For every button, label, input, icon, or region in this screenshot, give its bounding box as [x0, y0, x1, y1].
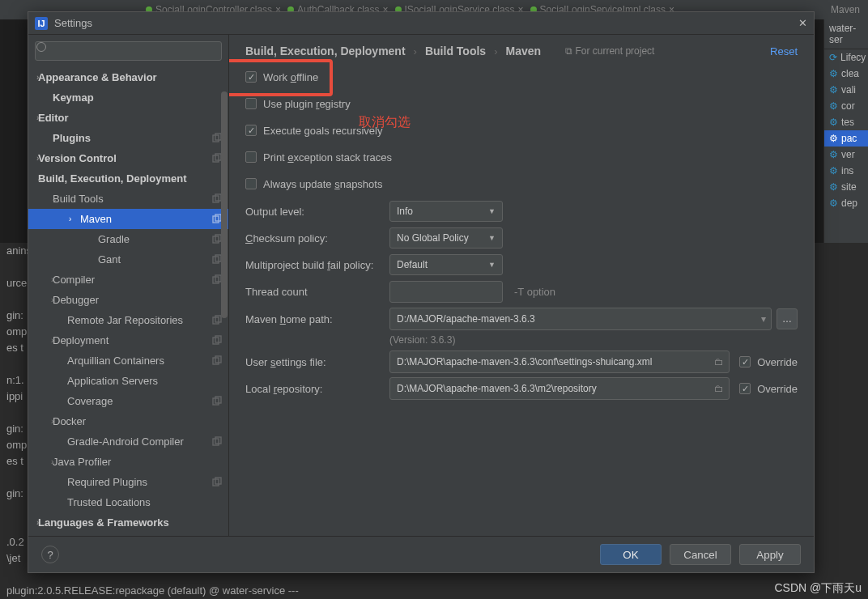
maven-goal-deploy[interactable]: ⚙dep	[824, 195, 868, 211]
maven-home-combo[interactable]: D:/MAJOR/apache-maven-3.6.3▾	[389, 308, 772, 330]
cancel-button[interactable]: Cancel	[670, 544, 731, 565]
scrollbar-thumb[interactable]	[221, 91, 228, 318]
close-icon[interactable]: ✕	[798, 17, 807, 29]
tree-java-profiler[interactable]: ›Java Profiler	[28, 452, 228, 472]
execute-recursively-checkbox[interactable]	[245, 125, 257, 136]
execute-recursively-label: Execute goals recursively	[263, 125, 382, 137]
project-scope-marker: For current project	[565, 45, 654, 57]
output-level-select[interactable]: Info▼	[389, 201, 503, 222]
ok-button[interactable]: OK	[600, 544, 662, 565]
output-level-label: Output level:	[245, 206, 389, 218]
always-update-label: Always update snapshots	[263, 178, 382, 190]
breadcrumb-part: Maven	[505, 45, 541, 57]
settings-search-input[interactable]	[35, 41, 222, 61]
tree-debugger[interactable]: ›Debugger	[28, 290, 228, 310]
maven-goal-clean[interactable]: ⚙clea	[824, 66, 868, 82]
multiproject-label: Multiproject build fail policy:	[245, 259, 389, 271]
thread-count-label: Thread count	[245, 286, 389, 298]
apply-button[interactable]: Apply	[739, 544, 801, 565]
user-settings-label: User settings file:	[245, 356, 389, 368]
tree-docker[interactable]: ›Docker	[28, 411, 228, 431]
plugin-registry-label: Use plugin registry	[263, 98, 351, 110]
copy-icon	[212, 315, 222, 325]
tree-plugins[interactable]: Plugins	[28, 128, 228, 148]
tree-lang-fw[interactable]: ›Languages & Frameworks	[28, 512, 228, 533]
maven-goal-compile[interactable]: ⚙cor	[824, 98, 868, 114]
work-offline-label: Work offline	[263, 71, 318, 83]
chevron-right-icon: ›	[414, 45, 417, 57]
override-label: Override	[757, 383, 798, 395]
tree-gradle-android[interactable]: Gradle-Android Compiler	[28, 431, 228, 452]
local-repo-input[interactable]: D:\MAJOR\apache-maven-3.6.3\m2\repositor…	[389, 377, 730, 400]
override-label: Override	[757, 356, 798, 368]
intellij-icon: IJ	[35, 17, 48, 30]
print-exception-checkbox[interactable]	[245, 151, 257, 163]
tree-app-servers[interactable]: Application Servers	[28, 371, 228, 391]
copy-icon	[212, 355, 222, 365]
tree-version-control[interactable]: ›Version Control	[28, 148, 228, 168]
multiproject-select[interactable]: Default▼	[389, 254, 503, 275]
settings-sidebar: ›Appearance & Behavior Keymap ›Editor Pl…	[28, 35, 229, 536]
checksum-policy-label: Checksum policy:	[245, 232, 389, 244]
help-button[interactable]: ?	[41, 546, 59, 563]
tree-coverage[interactable]: Coverage	[28, 391, 228, 411]
browse-button[interactable]: …	[777, 308, 798, 329]
checksum-policy-select[interactable]: No Global Policy▼	[389, 227, 503, 249]
override-local-repo-checkbox[interactable]	[739, 383, 751, 394]
thread-count-hint: -T option	[514, 286, 555, 298]
tree-tools[interactable]: ›Tools	[28, 533, 228, 536]
chevron-down-icon: ▾	[761, 313, 766, 325]
maven-home-label: Maven home path:	[245, 313, 389, 325]
tree-editor[interactable]: ›Editor	[28, 108, 228, 128]
folder-icon[interactable]: 🗀	[714, 383, 724, 394]
breadcrumb-part[interactable]: Build Tools	[425, 45, 486, 57]
editor-tab[interactable]: Maven	[831, 4, 860, 15]
dialog-title: Settings	[54, 17, 92, 29]
maven-version-text: (Version: 3.6.3)	[389, 334, 798, 346]
chevron-down-icon: ▼	[488, 207, 496, 215]
settings-content: Build, Execution, Deployment › Build Too…	[229, 35, 814, 536]
reset-link[interactable]: Reset	[770, 45, 798, 57]
copy-icon	[212, 396, 222, 406]
tree-keymap[interactable]: Keymap	[28, 87, 228, 108]
settings-tree[interactable]: ›Appearance & Behavior Keymap ›Editor Pl…	[28, 67, 228, 536]
tree-maven[interactable]: ›Maven	[28, 209, 228, 229]
tree-gant[interactable]: Gant	[28, 249, 228, 270]
breadcrumb-part[interactable]: Build, Execution, Deployment	[245, 45, 406, 57]
folder-icon[interactable]: 🗀	[714, 356, 724, 367]
maven-settings-form: Work offline Use plugin registry Execute…	[245, 66, 798, 404]
tree-appearance[interactable]: ›Appearance & Behavior	[28, 67, 228, 87]
thread-count-input[interactable]	[389, 281, 503, 303]
maven-goal-package[interactable]: ⚙pac	[824, 130, 868, 147]
local-repo-label: Local repository:	[245, 383, 389, 395]
chevron-right-icon: ›	[494, 45, 497, 57]
maven-lifecycle-node[interactable]: ⟳Lifecy	[824, 49, 868, 66]
tree-bed[interactable]: ⌄Build, Execution, Deployment	[28, 168, 228, 189]
tree-trusted-locations[interactable]: Trusted Locations	[28, 492, 228, 512]
copy-icon	[212, 436, 222, 446]
tree-deployment[interactable]: ›Deployment	[28, 330, 228, 350]
plugin-registry-checkbox[interactable]	[245, 98, 257, 109]
maven-goal-validate[interactable]: ⚙vali	[824, 82, 868, 98]
chevron-down-icon: ▼	[488, 234, 496, 242]
maven-goal-verify[interactable]: ⚙ver	[824, 147, 868, 163]
maven-goal-test[interactable]: ⚙tes	[824, 114, 868, 130]
breadcrumb: Build, Execution, Deployment › Build Too…	[245, 45, 798, 57]
tree-compiler[interactable]: ›Compiler	[28, 270, 228, 290]
always-update-checkbox[interactable]	[245, 178, 257, 189]
override-user-settings-checkbox[interactable]	[739, 356, 751, 367]
maven-goal-site[interactable]: ⚙site	[824, 179, 868, 195]
user-settings-input[interactable]: D:\MAJOR\apache-maven-3.6.3\conf\setting…	[389, 350, 730, 373]
csdn-watermark: CSDN @下雨天u	[774, 581, 862, 596]
settings-dialog: IJ Settings ✕ ›Appearance & Behavior Key…	[28, 11, 815, 573]
maven-goal-install[interactable]: ⚙ins	[824, 163, 868, 179]
work-offline-checkbox[interactable]	[245, 71, 257, 83]
maven-panel-header: water-ser	[824, 19, 868, 49]
tree-gradle[interactable]: Gradle	[28, 229, 228, 249]
tree-build-tools[interactable]: ⌄Build Tools	[28, 189, 228, 209]
copy-icon	[212, 335, 222, 345]
tree-required-plugins[interactable]: Required Plugins	[28, 472, 228, 492]
tree-remote-jar[interactable]: Remote Jar Repositories	[28, 310, 228, 330]
print-exception-label: Print exception stack traces	[263, 151, 392, 164]
tree-arquillian[interactable]: Arquillian Containers	[28, 350, 228, 371]
